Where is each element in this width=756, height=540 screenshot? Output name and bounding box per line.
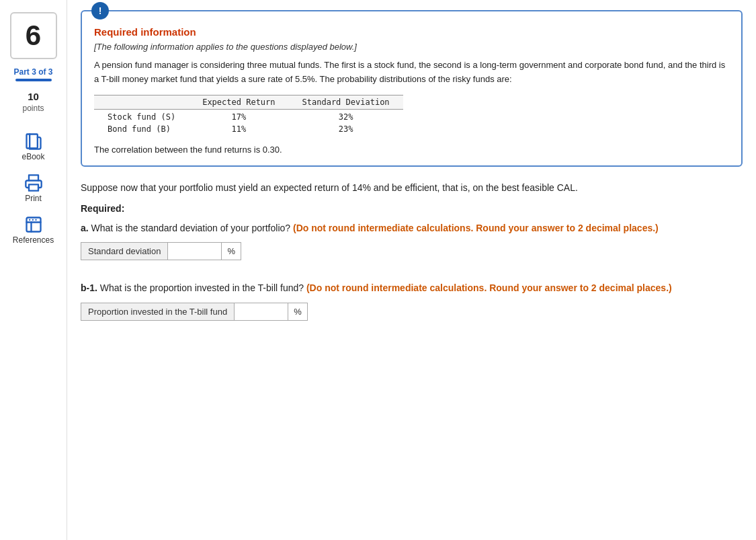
stock-std-dev: 32%: [289, 109, 403, 123]
ebook-label: eBook: [22, 152, 44, 161]
info-title: Required information: [94, 26, 729, 38]
correlation-text: The correlation between the fund returns…: [94, 145, 729, 155]
stock-fund-label: Stock fund (S): [94, 109, 189, 123]
info-subtitle: [The following information applies to th…: [94, 42, 729, 52]
std-dev-input-label: Standard deviation: [81, 243, 168, 260]
intro-text: Suppose now that your portfolio must yie…: [81, 180, 743, 195]
tbill-input-label: Proportion invested in the T-bill fund: [81, 303, 235, 320]
tbill-input[interactable]: [235, 303, 288, 320]
required-label: Required:: [81, 203, 743, 214]
table-col-name: [94, 95, 189, 109]
question-a-label: a.: [81, 223, 89, 233]
print-label: Print: [25, 194, 42, 203]
table-col-std-dev: Standard Deviation: [289, 95, 403, 109]
references-label: References: [13, 235, 54, 245]
references-button[interactable]: References: [13, 214, 54, 245]
table-col-expected-return: Expected Return: [189, 95, 288, 109]
stock-expected-return: 17%: [189, 109, 288, 123]
info-body: A pension fund manager is considering th…: [94, 59, 729, 87]
info-badge: !: [91, 2, 109, 20]
references-icon: [23, 214, 44, 235]
part-progress-bar: [15, 79, 52, 81]
question-a-body-text: What is the standard deviation of your p…: [91, 223, 291, 233]
svg-rect-2: [26, 218, 40, 232]
svg-rect-0: [26, 134, 37, 149]
info-box: ! Required information [The following in…: [81, 10, 743, 167]
bond-expected-return: 11%: [189, 123, 288, 135]
ebook-icon: [23, 130, 44, 152]
points-label: points: [22, 104, 44, 113]
question-b1-label: b-1.: [81, 282, 97, 293]
question-b1-text: b-1. What is the proportion invested in …: [81, 280, 743, 295]
main-content: ! Required information [The following in…: [67, 0, 756, 540]
svg-rect-1: [29, 184, 38, 190]
std-dev-input-row: Standard deviation %: [81, 242, 241, 260]
points-display: 10 points: [22, 91, 44, 113]
bond-std-dev: 23%: [289, 123, 403, 135]
bond-fund-label: Bond fund (B): [94, 123, 189, 135]
question-a-text: a. What is the standard deviation of you…: [81, 221, 743, 235]
sidebar: 6 Part 3 of 3 10 points eBook Print: [0, 0, 67, 540]
print-icon: [23, 172, 44, 194]
question-a-warning: (Do not round intermediate calculations.…: [293, 223, 659, 233]
table-row: Bond fund (B) 11% 23%: [94, 123, 403, 135]
question-b1-warning: (Do not round intermediate calculations.…: [306, 282, 672, 293]
std-dev-unit: %: [222, 243, 241, 260]
question-number: 6: [10, 12, 57, 59]
fund-table: Expected Return Standard Deviation Stock…: [94, 95, 403, 135]
tbill-input-row: Proportion invested in the T-bill fund %: [81, 303, 308, 321]
print-button[interactable]: Print: [23, 172, 44, 203]
tbill-unit: %: [288, 303, 307, 320]
part-label: Part 3 of 3: [13, 67, 52, 77]
points-number: 10: [22, 91, 44, 102]
ebook-button[interactable]: eBook: [22, 130, 44, 161]
question-b1-body-text: What is the proportion invested in the T…: [100, 282, 304, 293]
table-row: Stock fund (S) 17% 32%: [94, 109, 403, 123]
std-dev-input[interactable]: [168, 243, 222, 260]
